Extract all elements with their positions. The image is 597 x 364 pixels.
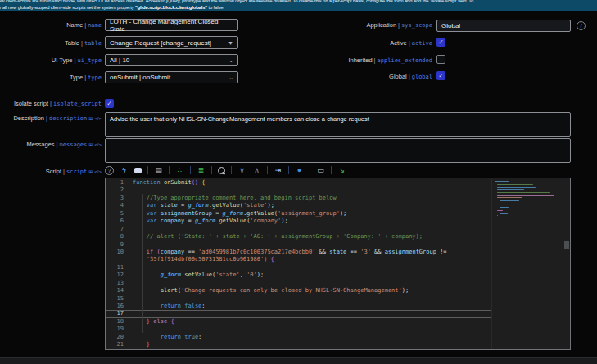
line-number: 18 (106, 318, 129, 326)
inherited-checkbox[interactable] (436, 55, 445, 64)
minimap-line (495, 191, 563, 191)
code-line: 16 return false; (106, 303, 491, 310)
minimap-line (495, 181, 509, 182)
translate-icon[interactable]: ⊞ (88, 169, 93, 174)
strict-mode-banner: new client-scripts are run in strict mod… (0, 0, 597, 11)
script-debugger-icon[interactable]: ϟ (120, 166, 129, 175)
translate-icon[interactable]: ⊞ (88, 142, 93, 147)
code-text: // alert ('State: ' + state + 'AG: ' + a… (129, 233, 423, 240)
code-line: 13 (106, 280, 491, 287)
minimap-line (497, 195, 554, 196)
line-number: 6 (106, 218, 129, 225)
line-number: 4 (106, 202, 129, 209)
format-code-icon[interactable]: ∴ (175, 166, 184, 175)
line-number: 14 (106, 287, 129, 294)
code-text (129, 295, 133, 303)
banner-text-line2: for all new globally-scoped client-side … (0, 5, 224, 10)
script-label: Script|script⊞</> (0, 168, 102, 175)
code-text (129, 186, 133, 194)
messages-label: Messages|messages⊞</> (0, 141, 102, 148)
code-line: 2 (106, 186, 491, 194)
code-line: 11 (106, 264, 491, 272)
indent-guide (142, 194, 143, 333)
minimap-line (500, 204, 547, 204)
description-textarea[interactable]: Advise the user that only NHSL-SN-Change… (105, 112, 571, 137)
toolbar-separator (231, 166, 232, 174)
minimap-line (495, 205, 563, 206)
minimap-line (495, 212, 563, 213)
toggle-comment-icon[interactable] (134, 168, 142, 173)
code-line: 4 var state = g_form.getValue('state'); (106, 202, 491, 209)
code-text: //Type appropriate comment here, and beg… (129, 195, 337, 202)
minimap-line (495, 199, 563, 200)
goto-line-icon[interactable]: ⇥ (274, 166, 283, 175)
footer-strip (0, 357, 597, 364)
code-text (129, 326, 133, 333)
description-label: Description|description⊞</> (0, 115, 102, 122)
system-property-name: "glide.script.block.client.globals" (135, 5, 207, 10)
help-icon[interactable]: ? (105, 166, 114, 175)
application-input[interactable]: Global (436, 20, 571, 32)
line-number: 9 (106, 241, 129, 249)
line-number: 21 (106, 341, 129, 348)
fullscreen-icon[interactable]: ▭ (316, 166, 325, 175)
minimap-line (497, 210, 502, 211)
isolate-script-label: Isolate script|isolate_script (0, 100, 102, 107)
messages-textarea[interactable] (105, 138, 571, 163)
code-text: return true; (129, 334, 201, 341)
translate-icon[interactable]: ⊞ (88, 116, 93, 121)
code-text: function onSubmit() { (129, 179, 206, 186)
minimap-line (497, 186, 522, 186)
code-icon[interactable]: </> (94, 116, 102, 121)
scroll-up-icon[interactable]: ∧ (252, 166, 261, 175)
code-icon[interactable]: </> (94, 169, 102, 174)
code-line: 6 var company = g_form.getValue('company… (106, 218, 491, 225)
code-line: 17 (106, 310, 491, 317)
toolbar-separator (288, 166, 289, 174)
application-info-icon[interactable]: i (577, 21, 586, 30)
editor-minimap[interactable] (491, 179, 563, 349)
global-checkbox[interactable]: ✓ (436, 71, 445, 80)
code-line: 3 //Type appropriate comment here, and b… (106, 195, 491, 202)
search-icon[interactable] (218, 167, 225, 174)
check-syntax-icon[interactable]: ≣ (197, 166, 206, 175)
line-number: 15 (106, 295, 129, 303)
code-line: 1function onSubmit() { (106, 179, 491, 186)
line-number: 16 (106, 303, 129, 310)
toolbar-separator (331, 166, 332, 174)
code-icon[interactable]: </> (94, 142, 102, 147)
syntax-globe-icon[interactable]: ● (295, 166, 304, 175)
toolbar-separator (310, 166, 310, 174)
code-text: '35f1f914dbf00c50731381cc0b961980') { (129, 256, 274, 263)
line-number: 13 (106, 280, 129, 287)
toolbar-separator (147, 166, 148, 174)
isolate-script-checkbox[interactable]: ✓ (105, 99, 114, 108)
code-area[interactable]: 1function onSubmit() {23 //Type appropri… (106, 179, 491, 349)
code-text: alert('Change requests can only be close… (129, 287, 409, 294)
code-line: 5 var assignmentGroup = g_form.getValue(… (106, 210, 491, 218)
line-number: 7 (106, 226, 129, 233)
minimap-line (495, 182, 563, 183)
code-text (129, 280, 133, 287)
code-line: 21 } (106, 341, 491, 348)
minimap-line (495, 209, 563, 209)
line-number: 10 (106, 249, 129, 256)
line-number: 11 (106, 264, 129, 272)
minimap-line (497, 192, 550, 193)
script-code-editor[interactable]: 1function onSubmit() {23 //Type appropri… (105, 178, 571, 350)
minimap-line (495, 202, 563, 203)
code-line: 8 // alert ('State: ' + state + 'AG: ' +… (106, 233, 491, 240)
code-line: 18 } else { (106, 318, 491, 326)
active-checkbox[interactable]: ✓ (436, 38, 445, 47)
editor-macros-icon[interactable]: ▤ (154, 166, 163, 175)
line-number: 19 (106, 326, 129, 333)
editor-scrollbar[interactable] (563, 179, 570, 349)
client-script-form: new client-scripts are run in strict mod… (0, 0, 597, 364)
code-line: 10 if (company == 'ad0459981b7c0c100375c… (106, 249, 491, 256)
save-script-icon[interactable]: ↘ (337, 166, 346, 175)
line-number: 20 (106, 334, 129, 341)
scroll-down-icon[interactable]: ∨ (237, 166, 246, 175)
code-text: var state = g_form.getValue('state'); (129, 202, 274, 209)
code-line: '35f1f914dbf00c50731381cc0b961980') { (106, 256, 491, 263)
scrollbar-thumb[interactable] (564, 241, 569, 249)
